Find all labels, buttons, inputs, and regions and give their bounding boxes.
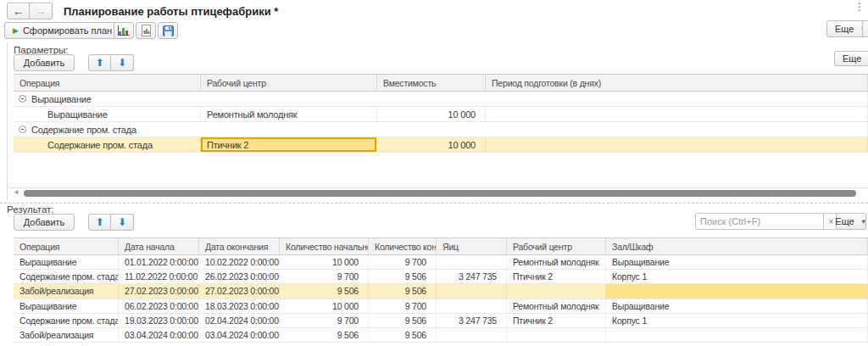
column-header[interactable]: Дата начала <box>119 238 199 254</box>
cell-qty-start[interactable]: 10 000 <box>280 299 369 313</box>
cell-hall[interactable] <box>606 284 868 298</box>
cell-work-center[interactable]: Ремонтный молодняк <box>507 299 606 313</box>
report-button[interactable] <box>136 22 156 39</box>
back-button[interactable]: ← <box>7 3 30 20</box>
params-add-button[interactable]: Добавить <box>14 54 75 71</box>
cell-hall[interactable]: Корпус 1 <box>606 314 868 327</box>
cell-date-start[interactable]: 06.02.2023 0:00:00 <box>119 299 199 313</box>
cell-hall[interactable] <box>606 328 868 342</box>
cell-work-center[interactable]: Птичник 2 <box>507 314 606 327</box>
cell-eggs[interactable] <box>437 299 507 313</box>
column-header[interactable]: Рабочий центр <box>201 75 377 91</box>
cell-date-start[interactable]: 19.03.2023 0:00:00 <box>119 314 199 327</box>
move-down-button[interactable]: ⬇ <box>111 214 134 231</box>
table-row[interactable]: Содержание пром. стада11.02.2022 0:00:00… <box>14 270 868 284</box>
cell-qty-end[interactable]: 9 700 <box>369 255 437 269</box>
column-header[interactable]: Количество конечное <box>369 238 437 254</box>
collapse-icon[interactable] <box>19 95 26 103</box>
column-header[interactable]: Зал/Шкаф <box>606 238 868 254</box>
cell-eggs[interactable] <box>437 328 507 342</box>
cell-operation-group[interactable]: Содержание пром. стада <box>14 122 868 137</box>
chart-button[interactable] <box>114 22 134 39</box>
scroll-left-icon[interactable]: ◄ <box>13 188 19 196</box>
cell-work-center[interactable] <box>507 284 606 298</box>
cell-operation[interactable]: Выращивание <box>14 255 119 269</box>
help-button[interactable]: ? <box>862 20 868 37</box>
cell-qty-start[interactable]: 9 506 <box>280 284 369 298</box>
kebab-menu-icon[interactable]: ⋮ <box>854 1 865 13</box>
column-header[interactable]: Дата окончания <box>199 238 280 254</box>
cell-qty-end[interactable]: 9 506 <box>369 284 437 298</box>
params-more-button[interactable]: Еще ▼ <box>834 51 868 66</box>
cell-date-end[interactable]: 18.03.2023 0:00:00 <box>199 299 280 313</box>
cell-prep-period[interactable] <box>486 137 868 152</box>
cell-qty-start[interactable]: 10 000 <box>280 255 369 269</box>
move-up-button[interactable]: ⬆ <box>88 54 111 71</box>
cell-work-center[interactable] <box>507 328 606 342</box>
table-row[interactable]: Выращивание01.01.2022 0:00:0010.02.2022 … <box>14 255 868 270</box>
column-header[interactable]: Рабочий центр <box>507 238 606 254</box>
column-header[interactable]: Количество начальное <box>280 238 369 254</box>
move-up-button[interactable]: ⬆ <box>88 214 111 231</box>
result-add-button[interactable]: Добавить <box>14 214 75 231</box>
cell-operation[interactable]: Выращивание <box>14 107 201 121</box>
cell-qty-start[interactable]: 9 700 <box>280 270 369 283</box>
cell-date-start[interactable]: 27.02.2023 0:00:00 <box>119 284 199 298</box>
cell-eggs[interactable] <box>437 255 507 269</box>
cell-date-start[interactable]: 11.02.2022 0:00:00 <box>119 270 199 283</box>
group-row[interactable]: Содержание пром. стада <box>14 122 868 137</box>
cell-work-center[interactable]: Ремонтный молодняк <box>507 255 606 269</box>
cell-capacity[interactable]: 10 000 <box>377 137 486 152</box>
cell-eggs[interactable] <box>437 284 507 298</box>
cell-operation-group[interactable]: Выращивание <box>14 92 868 106</box>
cell-operation[interactable]: Выращивание <box>14 299 119 313</box>
column-header[interactable]: Операция <box>14 238 119 254</box>
cell-qty-end[interactable]: 9 700 <box>369 299 437 313</box>
cell-qty-end[interactable]: 9 506 <box>369 270 437 283</box>
cell-date-end[interactable]: 03.04.2024 0:00:00 <box>199 328 280 342</box>
section-splitter[interactable] <box>0 203 868 204</box>
cell-work-center[interactable]: Ремонтный молодняк <box>201 107 377 121</box>
table-row[interactable]: ВыращиваниеРемонтный молодняк10 000 <box>14 107 868 122</box>
result-more-button[interactable]: Еще ▼ <box>836 213 866 230</box>
cell-operation[interactable]: Содержание пром. стада <box>14 137 201 152</box>
cell-date-end[interactable]: 27.02.2023 0:00:00 <box>199 284 280 298</box>
cell-eggs[interactable]: 3 247 735 <box>437 314 507 327</box>
table-row[interactable]: Содержание пром. стада19.03.2023 0:00:00… <box>14 314 868 328</box>
group-row[interactable]: Выращивание <box>14 92 868 107</box>
cell-date-end[interactable]: 26.02.2023 0:00:00 <box>199 270 280 283</box>
cell-hall[interactable]: Выращивание <box>606 255 868 269</box>
column-header[interactable]: Период подготовки (в днях) <box>486 75 868 91</box>
table-row[interactable]: Содержание пром. стадаПтичник 210 000 <box>14 137 868 153</box>
table-row[interactable]: Забой/реализация03.04.2024 0:00:0003.04.… <box>14 328 868 343</box>
horizontal-scrollbar-thumb[interactable] <box>24 190 856 197</box>
cell-work-center[interactable]: Птичник 2 <box>507 270 606 283</box>
cell-hall[interactable]: Корпус 1 <box>606 270 868 283</box>
cell-qty-start[interactable]: 9 700 <box>280 314 369 327</box>
cell-operation[interactable]: Забой/реализация <box>14 328 119 342</box>
generate-plan-button[interactable]: ▶ Сформировать план <box>4 22 120 39</box>
cell-capacity[interactable]: 10 000 <box>377 107 486 121</box>
cell-date-end[interactable]: 10.02.2022 0:00:00 <box>199 255 280 269</box>
cell-date-start[interactable]: 03.04.2024 0:00:00 <box>119 328 199 342</box>
cell-operation[interactable]: Содержание пром. стада <box>14 314 119 327</box>
cell-qty-start[interactable]: 9 506 <box>280 328 369 342</box>
column-header[interactable]: Операция <box>14 75 201 91</box>
forward-button[interactable]: → <box>30 3 53 20</box>
save-button[interactable] <box>158 22 178 39</box>
table-row[interactable]: Забой/реализация27.02.2023 0:00:0027.02.… <box>14 284 868 299</box>
cell-operation[interactable]: Забой/реализация <box>14 284 119 298</box>
cell-qty-end[interactable]: 9 506 <box>369 328 437 342</box>
column-header[interactable]: Вместимость <box>377 75 486 91</box>
table-row[interactable]: Выращивание06.02.2023 0:00:0018.03.2023 … <box>14 299 868 314</box>
cell-date-start[interactable]: 01.01.2022 0:00:00 <box>119 255 199 269</box>
cell-operation[interactable]: Содержание пром. стада <box>14 270 119 283</box>
move-down-button[interactable]: ⬇ <box>111 54 134 71</box>
cell-date-end[interactable]: 02.04.2024 0:00:00 <box>199 314 280 327</box>
collapse-icon[interactable] <box>19 126 26 133</box>
cell-qty-end[interactable]: 9 506 <box>369 314 437 327</box>
cell-work-center[interactable]: Птичник 2 <box>201 137 377 152</box>
column-header[interactable]: Яиц <box>437 238 507 254</box>
cell-hall[interactable]: Выращивание <box>606 299 868 313</box>
cell-eggs[interactable]: 3 247 735 <box>437 270 507 283</box>
